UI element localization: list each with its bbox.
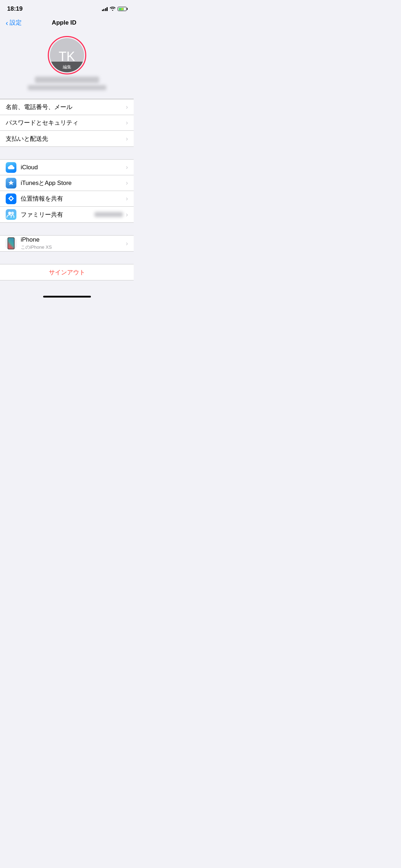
- family-sharing-value-blurred: [94, 212, 123, 217]
- nav-bar: ‹ 設定 Apple ID: [0, 16, 134, 31]
- location-icon: [6, 193, 16, 204]
- name-phone-email-label: 名前、電話番号、メール: [6, 103, 126, 111]
- wifi-icon: [110, 6, 115, 12]
- group-spacer-4: [0, 280, 134, 293]
- location-sharing-row[interactable]: 位置情報を共有 ›: [0, 191, 134, 207]
- chevron-right-icon: ›: [126, 103, 128, 111]
- iphone-subtitle: このiPhone XS: [21, 244, 126, 250]
- home-bar: [43, 296, 91, 298]
- status-bar: 18:19 ⚡: [0, 0, 134, 16]
- icloud-icon: [6, 162, 16, 173]
- status-icons: ⚡: [102, 6, 127, 12]
- location-sharing-label: 位置情報を共有: [21, 195, 126, 203]
- status-time: 18:19: [7, 5, 22, 12]
- avatar[interactable]: TK 編集: [50, 38, 84, 72]
- profile-name-blurred: [35, 77, 99, 83]
- avatar-edit-overlay: 編集: [50, 62, 84, 72]
- group-spacer-3: [0, 252, 134, 264]
- iphone-label: iPhone: [21, 236, 126, 243]
- avatar-edit-label: 編集: [63, 64, 71, 70]
- profile-section: TK 編集: [0, 31, 134, 99]
- icloud-label: iCloud: [21, 164, 126, 171]
- payment-shipping-label: 支払いと配送先: [6, 135, 126, 143]
- family-sharing-label: ファミリー共有: [21, 211, 94, 219]
- back-label: 設定: [10, 19, 22, 27]
- chevron-right-icon: ›: [126, 164, 128, 171]
- chevron-right-icon: ›: [126, 195, 128, 202]
- family-sharing-row[interactable]: ファミリー共有 ›: [0, 207, 134, 222]
- home-indicator: [0, 293, 134, 299]
- itunes-appstore-row[interactable]: iTunesとApp Store ›: [0, 175, 134, 191]
- chevron-right-icon: ›: [126, 119, 128, 126]
- signout-label: サインアウト: [49, 268, 85, 277]
- back-button[interactable]: ‹ 設定: [6, 19, 22, 27]
- page-title: Apple ID: [52, 19, 76, 26]
- chevron-right-icon: ›: [126, 135, 128, 143]
- signout-section: サインアウト: [0, 264, 134, 280]
- svg-point-0: [8, 212, 11, 215]
- chevron-right-icon: ›: [126, 179, 128, 187]
- icloud-row[interactable]: iCloud ›: [0, 160, 134, 175]
- chevron-right-icon: ›: [126, 211, 128, 218]
- iphone-device-row[interactable]: iPhone このiPhone XS ›: [0, 236, 134, 251]
- name-phone-email-row[interactable]: 名前、電話番号、メール ›: [0, 99, 134, 115]
- group-spacer-1: [0, 147, 134, 159]
- services-group: iCloud › iTunesとApp Store › 位置情報を共有 ›: [0, 159, 134, 223]
- appstore-icon: [6, 178, 16, 188]
- password-security-row[interactable]: パスワードとセキュリティ ›: [0, 115, 134, 131]
- group-spacer-2: [0, 223, 134, 235]
- password-security-label: パスワードとセキュリティ: [6, 119, 126, 127]
- avatar-wrapper[interactable]: TK 編集: [50, 38, 84, 72]
- signout-button[interactable]: サインアウト: [0, 264, 134, 280]
- itunes-appstore-label: iTunesとApp Store: [21, 179, 126, 187]
- signal-bars-icon: [102, 7, 108, 11]
- chevron-left-icon: ‹: [6, 19, 8, 26]
- family-sharing-icon: [6, 209, 16, 220]
- svg-point-1: [11, 212, 14, 215]
- account-settings-group: 名前、電話番号、メール › パスワードとセキュリティ › 支払いと配送先 ›: [0, 99, 134, 147]
- chevron-right-icon: ›: [126, 240, 128, 247]
- profile-email-blurred: [28, 85, 106, 90]
- battery-icon: ⚡: [118, 7, 127, 11]
- devices-group: iPhone このiPhone XS ›: [0, 235, 134, 252]
- iphone-device-icon: [6, 238, 16, 249]
- payment-shipping-row[interactable]: 支払いと配送先 ›: [0, 131, 134, 146]
